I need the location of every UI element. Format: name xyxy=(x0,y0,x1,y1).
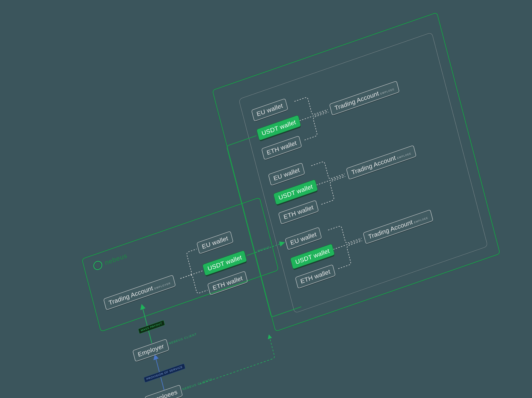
node-label: USDT wallet xyxy=(261,118,297,137)
emp1-eu-wallet: EU wallet xyxy=(251,98,288,121)
emp1-eth-wallet: ETH wallet xyxy=(261,136,302,160)
node-label: ETH wallet xyxy=(212,274,243,292)
node-sub: EMPLOEE xyxy=(397,152,412,160)
node-sub: EMPLOEE xyxy=(414,216,429,224)
tag-payout: PAYOUT xyxy=(257,246,270,253)
node-label: Employer xyxy=(137,342,165,358)
emp3-trading: Trading Account EMPLOEE xyxy=(363,209,433,244)
employees-actor: Emploees xyxy=(145,385,183,398)
emp3-eth-wallet: ETH wallet xyxy=(295,264,336,289)
node-label: Trading Account xyxy=(108,284,154,307)
emp1-usdt-wallet: USDT wallet xyxy=(256,115,301,141)
employer-actor: Employer xyxy=(133,339,169,362)
node-label: Emploees xyxy=(149,388,178,398)
wire-layer xyxy=(50,14,532,398)
emp2-eu-wallet: EU wallet xyxy=(268,163,305,186)
emp1-trading: Trading Account EMPLOEE xyxy=(329,81,399,115)
node-label: EU wallet xyxy=(256,102,284,118)
emp3-usdt-wallet: USDT wallet xyxy=(290,243,335,269)
node-label: Trading Account xyxy=(367,218,413,241)
emp3-eu-wallet: EU wallet xyxy=(285,227,322,250)
brand-ring-icon xyxy=(92,260,103,271)
brand-logo: nebeus xyxy=(92,251,128,271)
node-label: ETH wallet xyxy=(300,268,331,285)
node-label: USDT wallet xyxy=(278,183,314,202)
node-label: EU wallet xyxy=(290,231,317,247)
node-label: ETH wallet xyxy=(266,139,298,157)
emp2-trading: Trading Account EMPLOEE xyxy=(346,145,417,180)
node-label: Trading Account xyxy=(351,154,397,176)
employees-actor-sub: NEBEUS CLIENTS xyxy=(182,377,213,391)
node-label: EU wallet xyxy=(273,166,300,182)
employer-trading-account: Trading Account EMPLOYER xyxy=(103,275,176,310)
emp2-eth-wallet: ETH wallet xyxy=(278,200,319,224)
node-label: ETH wallet xyxy=(283,204,314,221)
node-label: USDT wallet xyxy=(295,247,330,266)
tag-mass-payout: MASS PAYOUT xyxy=(138,320,165,334)
node-label: Trading Account xyxy=(334,90,380,112)
employer-eu-wallet: EU wallet xyxy=(196,231,233,254)
employer-actor-sub: NEBEUS CLIENT xyxy=(169,332,197,345)
emp2-usdt-wallet: USDT wallet xyxy=(273,179,318,205)
employer-eth-wallet: ETH wallet xyxy=(207,271,248,295)
node-sub: EMPLOYER xyxy=(154,282,171,290)
tag-provision: PROVISION OF SERVICE xyxy=(144,364,185,382)
employer-usdt-wallet: USDT wallet xyxy=(202,250,247,276)
node-label: EU wallet xyxy=(201,235,229,250)
node-sub: EMPLOEE xyxy=(380,88,395,95)
node-label: USDT wallet xyxy=(207,254,243,272)
brand-name: nebeus xyxy=(104,252,128,266)
